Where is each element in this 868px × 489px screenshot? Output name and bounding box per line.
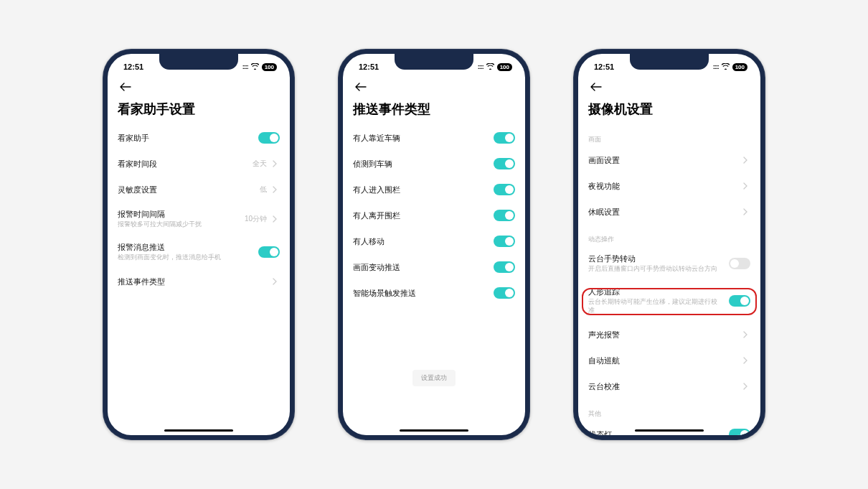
row-label: 有人离开围栏: [353, 210, 488, 220]
settings-row: 有人移动: [343, 228, 525, 254]
battery-badge: 100: [497, 63, 512, 71]
row-label-text: 有人进入围栏: [353, 185, 488, 195]
row-label: 侦测到车辆: [353, 159, 488, 169]
status-right: :::: 100: [713, 63, 747, 71]
settings-row[interactable]: 灵敏度设置低: [108, 177, 290, 202]
toggle-switch[interactable]: [494, 287, 515, 299]
settings-row[interactable]: 云台校准: [578, 373, 760, 399]
toggle-switch[interactable]: [494, 210, 515, 221]
row-label-text: 侦测到车辆: [353, 159, 488, 169]
toggle-switch[interactable]: [729, 295, 750, 307]
nav-bar: [108, 78, 290, 96]
settings-row: 报警消息推送检测到画面变化时，推送消息给手机: [108, 236, 290, 269]
row-value: 10分钟: [245, 214, 267, 224]
settings-row[interactable]: 自动巡航: [578, 348, 760, 373]
toast-message: 设置成功: [412, 370, 456, 386]
status-time: 12:51: [123, 62, 143, 71]
toggle-switch[interactable]: [494, 132, 515, 144]
row-label: 画面变动推送: [353, 262, 488, 272]
wifi-icon: [722, 63, 730, 71]
status-right: :::: 100: [478, 63, 512, 71]
phone-frame: 12:51 :::: 100 摄像机设置 画面画面设置夜视功能休眠设置动态操作云…: [573, 49, 765, 440]
signal-icon: ::::: [478, 63, 483, 70]
settings-row: 状态灯: [578, 422, 760, 435]
settings-row[interactable]: 休眠设置: [578, 199, 760, 225]
row-label: 自动巡航: [588, 355, 737, 365]
row-label-text: 看家助手: [118, 133, 253, 143]
toggle-switch[interactable]: [729, 429, 750, 435]
content: 有人靠近车辆侦测到车辆有人进入围栏有人离开围栏有人移动画面变动推送智能场景触发推…: [343, 125, 525, 435]
notch: [159, 54, 238, 70]
toggle-switch[interactable]: [258, 132, 280, 144]
settings-row: 画面变动推送: [343, 254, 525, 280]
row-label-text: 报警时间间隔: [118, 209, 239, 219]
back-button[interactable]: [353, 79, 369, 95]
settings-row: 侦测到车辆: [343, 151, 525, 177]
screen: 12:51 :::: 100 推送事件类型 有人靠近车辆侦测到车辆有人进入围栏有…: [343, 54, 525, 435]
row-label-text: 灵敏度设置: [118, 185, 254, 195]
page-title: 推送事件类型: [343, 96, 525, 125]
settings-row[interactable]: 推送事件类型: [108, 269, 290, 294]
settings-row: 人形追踪云台长期转动可能产生位移，建议定期进行校准: [578, 280, 760, 322]
settings-row[interactable]: 报警时间间隔报警较多可拉大间隔减少干扰10分钟: [108, 202, 290, 236]
settings-row[interactable]: 声光报警: [578, 322, 760, 348]
settings-row: 智能场景触发推送: [343, 280, 525, 306]
back-arrow-icon: [590, 83, 602, 91]
row-sublabel: 报警较多可拉大间隔减少干扰: [118, 220, 239, 229]
row-label: 看家助手: [118, 133, 253, 143]
settings-row: 有人靠近车辆: [343, 125, 525, 151]
toggle-switch[interactable]: [494, 261, 515, 273]
row-label: 云台手势转动开启后直播窗口内可手势滑动以转动云台方向: [588, 253, 723, 274]
row-label: 云台校准: [588, 381, 737, 391]
row-label-text: 人形追踪: [588, 287, 723, 297]
chevron-right-icon: [743, 157, 750, 164]
status-time: 12:51: [594, 62, 614, 71]
section-header: 其他: [578, 399, 760, 422]
row-label-text: 推送事件类型: [118, 276, 267, 287]
row-label-text: 看家时间段: [118, 159, 247, 169]
row-label: 休眠设置: [588, 207, 737, 217]
back-button[interactable]: [118, 79, 133, 95]
back-button[interactable]: [588, 79, 604, 95]
screen: 12:51 :::: 100 摄像机设置 画面画面设置夜视功能休眠设置动态操作云…: [578, 54, 760, 435]
settings-row: 有人离开围栏: [343, 202, 525, 228]
settings-row[interactable]: 画面设置: [578, 147, 760, 173]
toggle-switch[interactable]: [494, 158, 515, 169]
settings-row[interactable]: 夜视功能: [578, 173, 760, 199]
home-indicator[interactable]: [635, 429, 704, 432]
row-label-text: 智能场景触发推送: [353, 288, 488, 298]
page-title: 看家助手设置: [108, 96, 290, 125]
row-label-text: 休眠设置: [588, 207, 737, 217]
row-label: 推送事件类型: [118, 276, 267, 287]
section-header: 画面: [578, 125, 760, 147]
wifi-icon: [486, 63, 494, 71]
back-arrow-icon: [120, 83, 131, 91]
row-label: 报警时间间隔报警较多可拉大间隔减少干扰: [118, 209, 239, 229]
settings-row[interactable]: 看家时间段全天: [108, 151, 290, 177]
row-label: 看家时间段: [118, 159, 247, 169]
battery-badge: 100: [262, 63, 277, 71]
home-indicator[interactable]: [400, 429, 468, 432]
nav-bar: [578, 78, 760, 96]
row-label-text: 云台校准: [588, 381, 737, 391]
settings-row: 有人进入围栏: [343, 177, 525, 202]
home-indicator[interactable]: [164, 429, 233, 432]
toggle-switch[interactable]: [258, 246, 280, 258]
toggle-switch[interactable]: [494, 184, 515, 195]
chevron-right-icon: [273, 186, 280, 193]
row-label: 人形追踪云台长期转动可能产生位移，建议定期进行校准: [588, 287, 723, 315]
toggle-switch[interactable]: [729, 258, 750, 269]
row-label: 画面设置: [588, 155, 737, 165]
row-label: 有人进入围栏: [353, 185, 488, 195]
row-label: 有人移动: [353, 236, 488, 246]
chevron-right-icon: [273, 215, 280, 223]
row-label: 报警消息推送检测到画面变化时，推送消息给手机: [118, 242, 253, 262]
row-label-text: 声光报警: [588, 330, 737, 340]
notch: [630, 54, 709, 70]
row-label-text: 自动巡航: [588, 355, 737, 365]
toggle-switch[interactable]: [494, 236, 515, 247]
section-header: 动态操作: [578, 225, 760, 247]
row-label: 夜视功能: [588, 181, 737, 191]
phone-frame: 12:51 :::: 100 看家助手设置 看家助手看家时间段全天灵敏度设置低报…: [103, 49, 295, 440]
signal-icon: ::::: [242, 63, 248, 70]
